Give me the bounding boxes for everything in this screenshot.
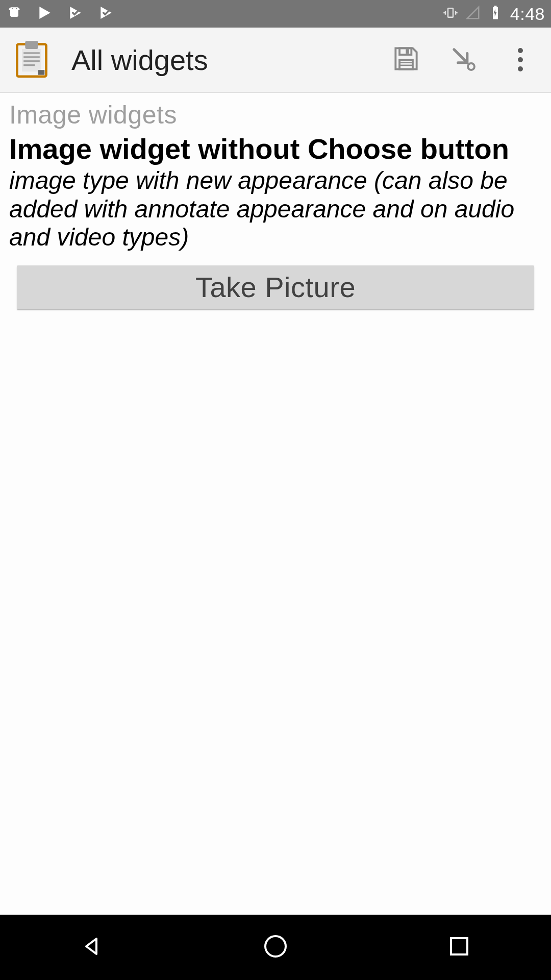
question-hint: image type with new appearance (can also… <box>9 166 542 251</box>
signal-empty-icon <box>465 5 481 22</box>
section-header: Image widgets <box>9 100 542 130</box>
svg-rect-9 <box>23 56 40 58</box>
app-bar-title: All widgets <box>71 43 208 77</box>
svg-rect-11 <box>23 64 35 66</box>
save-button[interactable] <box>388 41 424 78</box>
svg-rect-8 <box>23 52 40 54</box>
battery-charging-icon <box>488 5 503 22</box>
svg-point-0 <box>12 8 13 9</box>
app-bar: All widgets <box>0 28 551 93</box>
overflow-menu-button[interactable] <box>502 41 539 78</box>
form-content: Image widgets Image widget without Choos… <box>0 93 551 309</box>
recent-square-icon <box>448 935 470 960</box>
status-bar: 4:48 <box>0 0 551 28</box>
navigation-bar <box>0 915 551 980</box>
android-icon <box>6 5 22 23</box>
svg-rect-20 <box>451 938 467 954</box>
svg-rect-2 <box>448 8 453 17</box>
home-button[interactable] <box>261 933 290 962</box>
svg-rect-10 <box>23 60 40 62</box>
take-picture-button[interactable]: Take Picture <box>17 265 534 309</box>
status-bar-right-icons: 4:48 <box>443 4 545 24</box>
back-triangle-icon <box>80 935 104 960</box>
svg-point-18 <box>468 63 474 70</box>
svg-point-1 <box>16 8 17 9</box>
svg-rect-15 <box>406 50 409 54</box>
status-bar-clock: 4:48 <box>510 4 545 24</box>
play-check-icon <box>67 5 84 23</box>
play-check-icon <box>98 5 114 23</box>
play-icon <box>37 5 53 23</box>
clipboard-icon <box>12 39 51 80</box>
svg-rect-7 <box>25 41 38 49</box>
svg-rect-12 <box>38 70 45 75</box>
save-floppy-icon <box>390 43 422 77</box>
vibrate-icon <box>443 5 458 22</box>
go-to-button[interactable] <box>445 41 482 78</box>
status-bar-left-icons <box>6 5 114 23</box>
recent-apps-button[interactable] <box>445 933 473 962</box>
svg-point-19 <box>265 936 286 957</box>
svg-rect-13 <box>399 48 411 55</box>
back-button[interactable] <box>78 933 106 962</box>
arrow-down-right-icon <box>447 43 479 77</box>
home-circle-icon <box>263 934 288 961</box>
svg-rect-4 <box>494 6 496 7</box>
question-title: Image widget without Choose button <box>9 133 542 165</box>
